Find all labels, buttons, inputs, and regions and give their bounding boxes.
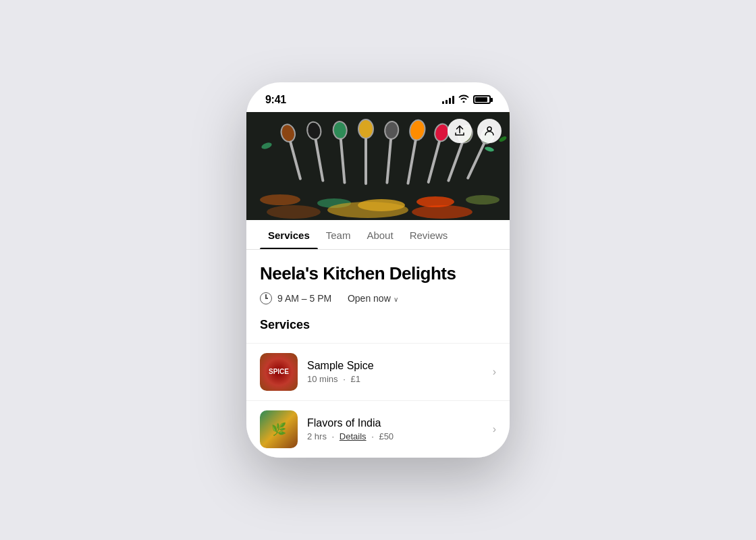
service-chevron-icon-2: › (493, 423, 496, 435)
status-time: 9:41 (265, 94, 286, 106)
service-thumbnail-1: SPICE (260, 353, 298, 391)
svg-point-16 (359, 120, 373, 138)
phone-frame: 9:41 (246, 82, 510, 458)
service-info-2: Flavors of India 2 hrs · Details · £50 (307, 417, 483, 441)
hero-image (246, 112, 510, 220)
status-separator (337, 293, 342, 304)
svg-point-39 (487, 127, 491, 131)
main-content: Neela's Kitchen Delights 9 AM – 5 PM Ope… (246, 250, 510, 458)
hours-row: 9 AM – 5 PM Open now ∨ (260, 292, 496, 304)
hours-text: 9 AM – 5 PM (277, 293, 331, 304)
svg-point-34 (412, 205, 473, 219)
signal-icon (442, 96, 454, 104)
service-chevron-icon-1: › (493, 366, 496, 378)
svg-point-35 (267, 205, 321, 219)
svg-point-1 (260, 194, 300, 205)
clock-icon (260, 292, 272, 304)
tab-reviews[interactable]: Reviews (402, 220, 456, 249)
status-icons (442, 94, 491, 105)
battery-icon (473, 95, 491, 104)
hero-buttons (448, 119, 502, 143)
service-item[interactable]: SPICE Sample Spice 10 mins · £1 › (246, 343, 510, 400)
business-name: Neela's Kitchen Delights (260, 263, 496, 284)
tabs-bar: Services Team About Reviews (246, 220, 510, 250)
svg-point-33 (327, 202, 408, 218)
tab-about[interactable]: About (358, 220, 401, 249)
tab-services[interactable]: Services (260, 220, 318, 249)
wifi-icon (458, 94, 469, 105)
svg-point-5 (466, 195, 500, 205)
share-button[interactable] (448, 119, 472, 143)
services-section-title: Services (260, 318, 496, 332)
hours-chevron-icon: ∨ (394, 296, 398, 303)
tab-team[interactable]: Team (318, 220, 359, 249)
service-meta-2: 2 hrs · Details · £50 (307, 431, 483, 441)
svg-rect-17 (364, 138, 367, 185)
service-item-2[interactable]: 🌿 Flavors of India 2 hrs · Details · £50… (246, 400, 510, 458)
services-list: SPICE Sample Spice 10 mins · £1 › 🌿 (246, 343, 510, 458)
service-meta-1: 10 mins · £1 (307, 374, 483, 384)
details-link[interactable]: Details (340, 431, 367, 441)
status-bar: 9:41 (246, 82, 510, 112)
service-name-1: Sample Spice (307, 360, 483, 372)
profile-button[interactable] (477, 119, 502, 143)
open-status[interactable]: Open now ∨ (348, 293, 398, 304)
service-thumbnail-2: 🌿 (260, 410, 298, 448)
service-info-1: Sample Spice 10 mins · £1 (307, 360, 483, 384)
service-name-2: Flavors of India (307, 417, 483, 429)
